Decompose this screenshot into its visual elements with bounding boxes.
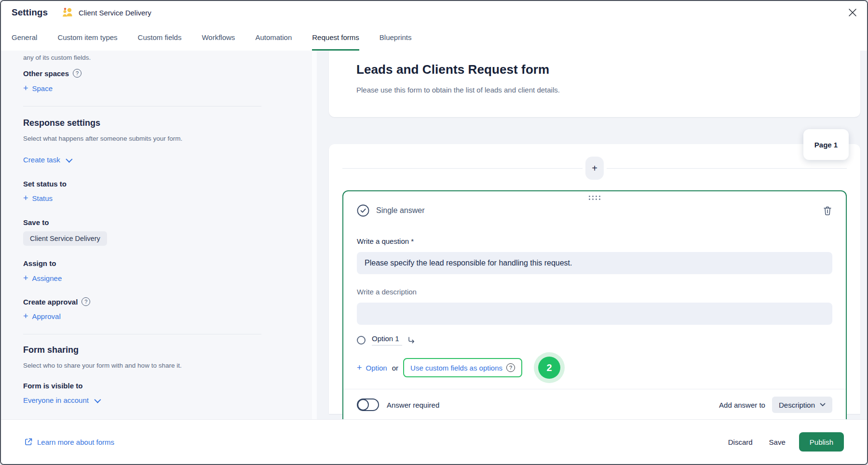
add-answer-to-label: Add answer to <box>719 401 765 409</box>
add-approval-button[interactable]: + Approval <box>23 312 61 320</box>
question-header: Single answer <box>357 204 832 217</box>
add-block-row: + <box>342 157 847 180</box>
add-block-button[interactable]: + <box>585 157 604 180</box>
plus-icon: + <box>23 312 28 320</box>
save-button[interactable]: Save <box>769 438 786 446</box>
plus-icon: + <box>357 363 362 372</box>
form-header-card[interactable]: Leads and Clients Request form Please us… <box>329 51 860 117</box>
chevron-down-icon <box>66 156 72 162</box>
option-row: Option 1 <box>357 334 832 345</box>
save-to-project-chip[interactable]: Client Service Delivery <box>23 231 107 246</box>
form-builder-canvas: Leads and Clients Request form Please us… <box>317 51 867 419</box>
settings-tabbar: General Custom item types Custom fields … <box>1 24 867 51</box>
team-icon <box>61 6 74 19</box>
add-assignee-button[interactable]: + Assignee <box>23 274 62 282</box>
answer-required-toggle[interactable] <box>357 399 379 411</box>
description-input[interactable] <box>357 303 832 325</box>
project-breadcrumb: Client Service Delivery <box>61 6 151 19</box>
use-custom-fields-button[interactable]: Use custom fields as options ? <box>403 358 522 377</box>
form-visibility-dropdown[interactable]: Everyone in account <box>23 396 99 404</box>
answer-required-label: Answer required <box>387 401 439 409</box>
plus-icon: + <box>23 194 28 202</box>
divider <box>23 334 261 334</box>
add-answer-to-dropdown[interactable]: Description <box>772 397 832 413</box>
plus-icon: + <box>23 274 28 282</box>
tab-request-forms[interactable]: Request forms <box>312 24 359 51</box>
help-icon[interactable]: ? <box>506 363 515 372</box>
radio-icon[interactable] <box>357 336 366 345</box>
truncated-help-text: any of its custom fields. <box>23 54 261 61</box>
form-description: Please use this form to obtain the list … <box>356 86 833 94</box>
plus-icon: + <box>23 84 28 93</box>
tab-workflows[interactable]: Workflows <box>202 24 235 51</box>
page-title: Settings <box>12 7 48 18</box>
divider <box>23 106 261 106</box>
question-input[interactable]: Please specify the lead responsible for … <box>357 252 832 274</box>
option-1-input[interactable]: Option 1 <box>372 334 402 345</box>
other-spaces-label: Other spaces <box>23 69 69 78</box>
create-task-dropdown[interactable]: Create task <box>23 156 71 164</box>
help-icon[interactable]: ? <box>81 297 90 306</box>
project-name: Client Service Delivery <box>79 9 151 17</box>
tab-blueprints[interactable]: Blueprints <box>380 24 412 51</box>
form-sharing-heading: Form sharing <box>23 345 261 355</box>
step-number: 2 <box>538 357 560 379</box>
add-status-button[interactable]: + Status <box>23 194 53 202</box>
form-title: Leads and Clients Request form <box>356 62 833 77</box>
question-footer: Answer required Add answer to Descriptio… <box>357 389 832 419</box>
tab-automation[interactable]: Automation <box>255 24 292 51</box>
form-settings-sidebar: any of its custom fields. Other spaces ?… <box>1 51 317 419</box>
page-badge[interactable]: Page 1 <box>803 129 849 160</box>
create-approval-label: Create approval <box>23 298 78 306</box>
assign-to-label: Assign to <box>23 259 261 267</box>
publish-button[interactable]: Publish <box>799 432 844 452</box>
chevron-down-icon <box>820 403 826 407</box>
set-status-label: Set status to <box>23 180 261 188</box>
response-settings-subtitle: Select what happens after someone submit… <box>23 135 261 142</box>
form-visible-label: Form is visible to <box>23 382 261 390</box>
branch-logic-icon[interactable] <box>407 336 416 345</box>
tutorial-step-badge: 2 <box>534 352 565 383</box>
add-option-button[interactable]: + Option <box>357 363 387 372</box>
title-bar: Settings Client Service Delivery <box>1 1 867 24</box>
settings-modal: Settings Client Service Delivery General… <box>0 0 868 465</box>
tab-custom-fields[interactable]: Custom fields <box>138 24 182 51</box>
learn-more-link[interactable]: Learn more about forms <box>24 438 114 446</box>
response-settings-heading: Response settings <box>23 118 261 128</box>
footer-bar: Learn more about forms Discard Save Publ… <box>1 419 867 464</box>
discard-button[interactable]: Discard <box>728 438 753 446</box>
form-sharing-subtitle: Select who to share your form with and h… <box>23 362 261 369</box>
tab-general[interactable]: General <box>12 24 37 51</box>
question-card[interactable]: Single answer Write a question * Please … <box>342 190 847 419</box>
settings-body: any of its custom fields. Other spaces ?… <box>1 51 867 419</box>
save-to-label: Save to <box>23 218 261 226</box>
close-icon[interactable] <box>845 5 860 20</box>
single-answer-icon <box>357 204 369 217</box>
tab-custom-item-types[interactable]: Custom item types <box>57 24 117 51</box>
add-option-row: + Option or Use custom fields as options… <box>357 352 832 383</box>
help-icon[interactable]: ? <box>73 69 81 78</box>
question-type-label: Single answer <box>376 206 425 215</box>
add-space-button[interactable]: + Space <box>23 84 53 93</box>
or-text: or <box>392 364 398 372</box>
sidebar-scrollbar[interactable] <box>312 51 317 419</box>
description-label: Write a description <box>357 288 832 296</box>
chevron-down-icon <box>94 396 101 403</box>
form-page-card: + Sing <box>329 144 860 414</box>
trash-icon[interactable] <box>823 206 832 216</box>
question-label: Write a question * <box>357 237 832 245</box>
drag-handle-icon[interactable] <box>587 195 602 200</box>
external-link-icon <box>24 438 33 446</box>
